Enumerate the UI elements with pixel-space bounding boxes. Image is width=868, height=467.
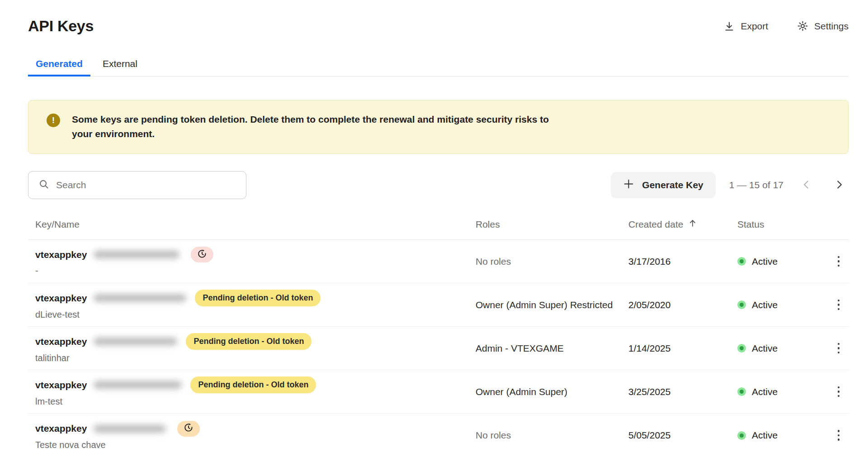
- export-label: Export: [741, 21, 768, 32]
- key-prefix: vtexappkey: [35, 423, 87, 434]
- kebab-menu-icon: [838, 430, 840, 432]
- status-label: Active: [752, 386, 778, 397]
- generate-key-label: Generate Key: [642, 180, 703, 191]
- clock-history-icon: [197, 249, 207, 261]
- status-badge: Active: [737, 343, 829, 354]
- gear-icon: [797, 20, 808, 32]
- key-name-cell: vtexappkey Pending deletion - Old token …: [28, 376, 476, 407]
- row-menu-button[interactable]: [829, 252, 849, 272]
- status-active-dot: [737, 300, 746, 309]
- table-row: vtexappkey Pending deletion - Old token …: [28, 370, 849, 414]
- page-title: API Keys: [28, 17, 94, 35]
- kebab-menu-icon: [838, 386, 840, 389]
- settings-button[interactable]: Settings: [797, 20, 849, 32]
- download-icon: [724, 21, 735, 32]
- column-header-key-name: Key/Name: [28, 219, 476, 230]
- status-badge: Active: [737, 430, 829, 441]
- generate-key-button[interactable]: Generate Key: [611, 172, 715, 198]
- header-actions: Export Settings: [724, 20, 849, 32]
- column-header-roles: Roles: [476, 219, 628, 230]
- pagination-next-button[interactable]: [830, 175, 849, 195]
- key-name-cell: vtexappkey Teste nova chave: [28, 421, 476, 450]
- key-name: talitinhar: [35, 353, 476, 363]
- status-badge: Active: [737, 300, 829, 310]
- roles-cell: Owner (Admin Super) Restricted: [476, 300, 628, 310]
- export-button[interactable]: Export: [724, 21, 768, 32]
- tab-generated[interactable]: Generated: [28, 55, 90, 76]
- status-active-dot: [737, 387, 746, 396]
- token-renewal-badge: [191, 247, 213, 262]
- pending-deletion-badge: Pending deletion - Old token: [195, 290, 321, 306]
- row-menu-button[interactable]: [829, 425, 849, 445]
- pending-deletion-badge: Pending deletion - Old token: [186, 333, 311, 350]
- status-active-dot: [737, 431, 746, 440]
- key-name: lm-test: [35, 396, 476, 407]
- created-date-cell: 3/25/2025: [628, 386, 737, 397]
- created-date-cell: 5/05/2025: [628, 430, 737, 441]
- redacted-key-blur: [94, 251, 179, 258]
- roles-cell: No roles: [476, 430, 628, 441]
- status-active-dot: [737, 344, 746, 353]
- kebab-menu-icon: [838, 256, 840, 258]
- chevron-right-icon: [833, 179, 845, 192]
- redacted-key-blur: [94, 294, 186, 302]
- tab-bar: Generated External: [28, 55, 849, 76]
- key-name-cell: vtexappkey Pending deletion - Old token …: [28, 333, 476, 363]
- key-prefix: vtexappkey: [35, 380, 87, 391]
- sort-ascending-icon: [688, 218, 698, 230]
- key-name: -: [35, 266, 476, 276]
- clock-history-icon: [184, 423, 193, 434]
- created-date-label: Created date: [628, 219, 683, 230]
- column-header-created-date[interactable]: Created date: [628, 218, 737, 230]
- table-header-row: Key/Name Roles Created date Status: [28, 199, 849, 240]
- column-header-status: Status: [737, 219, 829, 230]
- table-row: vtexappkey - No roles 3/: [28, 240, 849, 283]
- roles-cell: Admin - VTEXGAME: [476, 343, 628, 354]
- key-prefix: vtexappkey: [35, 249, 87, 260]
- banner-message: Some keys are pending token deletion. De…: [72, 112, 560, 141]
- created-date-cell: 3/17/2016: [628, 256, 737, 267]
- table-row: vtexappkey Pending deletion - Old token …: [28, 283, 849, 327]
- status-badge: Active: [737, 256, 829, 267]
- redacted-key-blur: [94, 338, 177, 345]
- table-row: vtexappkey Pending deletion - Old token …: [28, 327, 849, 370]
- key-prefix: vtexappkey: [35, 293, 87, 304]
- settings-label: Settings: [814, 21, 849, 32]
- redacted-key-blur: [94, 381, 182, 389]
- pending-deletion-badge: Pending deletion - Old token: [190, 376, 316, 393]
- status-label: Active: [752, 430, 778, 441]
- page-header: API Keys Export Settings: [28, 17, 849, 35]
- key-name-cell: vtexappkey -: [28, 247, 476, 276]
- chevron-left-icon: [801, 179, 812, 192]
- key-name: dLieve-test: [35, 310, 476, 320]
- status-badge: Active: [737, 386, 829, 397]
- search-icon: [38, 179, 49, 191]
- table-row: vtexappkey Teste nova chave No: [28, 414, 849, 457]
- key-name-cell: vtexappkey Pending deletion - Old token …: [28, 290, 476, 320]
- pending-deletion-banner: ! Some keys are pending token deletion. …: [28, 100, 849, 154]
- status-active-dot: [737, 257, 746, 266]
- plus-icon: [623, 178, 634, 192]
- redacted-key-blur: [94, 425, 166, 433]
- status-label: Active: [752, 300, 778, 310]
- key-prefix: vtexappkey: [35, 336, 87, 347]
- toolbar-right: Generate Key 1 — 15 of 17: [611, 172, 849, 198]
- status-label: Active: [752, 256, 778, 267]
- search-box: [28, 171, 246, 199]
- key-name: Teste nova chave: [35, 440, 476, 450]
- status-label: Active: [752, 343, 778, 354]
- created-date-cell: 2/05/2020: [628, 300, 737, 310]
- row-menu-button[interactable]: [829, 338, 849, 358]
- kebab-menu-icon: [838, 300, 840, 302]
- pagination-range: 1 — 15 of 17: [729, 180, 783, 191]
- roles-cell: No roles: [476, 256, 628, 267]
- search-input[interactable]: [56, 180, 236, 191]
- row-menu-button[interactable]: [829, 382, 849, 402]
- created-date-cell: 1/14/2025: [628, 343, 737, 354]
- pagination-prev-button[interactable]: [797, 175, 816, 195]
- roles-cell: Owner (Admin Super): [476, 386, 628, 397]
- row-menu-button[interactable]: [829, 295, 849, 315]
- api-keys-page: API Keys Export Settings: [0, 17, 868, 457]
- tab-external[interactable]: External: [95, 55, 145, 76]
- api-keys-table: Key/Name Roles Created date Status vtexa…: [28, 199, 849, 457]
